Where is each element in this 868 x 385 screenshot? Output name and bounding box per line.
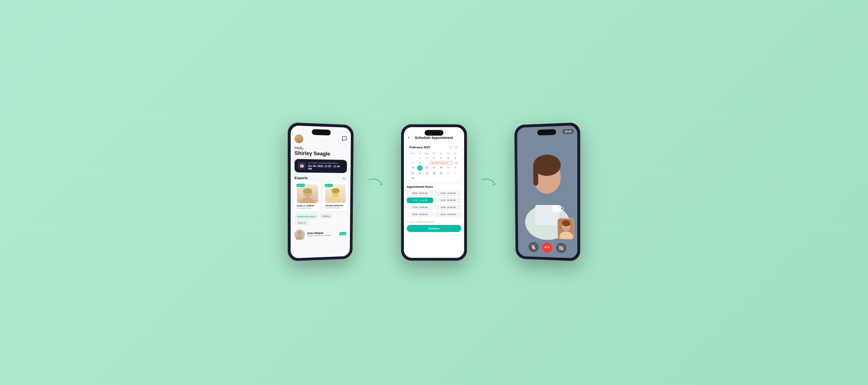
calendar-nav: February 2023 ‹ › — [409, 145, 459, 149]
calendar: February 2023 ‹ › Mon Tue Wed Thu Fri — [407, 142, 461, 182]
cal-day-16[interactable]: 16 — [424, 166, 430, 171]
call-controls — [518, 242, 577, 254]
cal-day-3[interactable]: 3 — [431, 156, 437, 160]
expert-role: Expert Clinical Psychologist — [307, 234, 332, 237]
cal-day-21[interactable]: 21 — [409, 171, 416, 175]
phone-1-notch — [312, 129, 331, 135]
arrow-1 — [368, 176, 387, 190]
end-call-button[interactable] — [542, 242, 552, 253]
call-timer: 30:44 — [562, 129, 574, 134]
continue-button[interactable]: Continue — [407, 225, 461, 232]
doctor-card-2[interactable]: ⭐ 4.1 Annette Darbonne Expert Psychologi… — [323, 182, 348, 211]
cal-day-25[interactable]: 25 — [438, 171, 444, 175]
svg-point-5 — [331, 188, 340, 193]
camera-button[interactable] — [556, 243, 566, 253]
doctor-2-specialty: Expert Psychologist — [325, 207, 345, 209]
cal-header-wed: Wed — [424, 152, 430, 155]
cal-day-8[interactable]: 8 — [416, 161, 423, 165]
avatar-image — [294, 134, 303, 143]
svg-rect-15 — [552, 205, 561, 212]
cal-day-14[interactable]: 14 — [409, 166, 416, 171]
category-phobias[interactable]: Phobias — [320, 214, 332, 219]
category-anger[interactable]: Anger M... — [294, 220, 310, 225]
time-slot-5[interactable]: 14:00 - 14:45 AM — [435, 205, 461, 210]
phone-2: < Schedule Appointment February 2023 ‹ › — [401, 124, 467, 261]
cal-day-empty — [409, 156, 416, 160]
time-slot-7[interactable]: 16:00 - 16:45 AM — [435, 212, 461, 217]
cal-header-tue: Tue — [416, 152, 423, 155]
cal-day-26[interactable]: 26 — [445, 171, 452, 175]
appointment-notice: You have 1 pending appointment. — [308, 162, 344, 165]
mute-button[interactable] — [528, 242, 538, 252]
time-slot-2-selected[interactable]: 11:00 - 11:45 AM — [407, 198, 433, 203]
cal-day-20[interactable]: 20 — [452, 166, 459, 171]
schedule-title: Schedule Appointment — [415, 136, 453, 140]
self-view-window — [557, 218, 574, 239]
continue-notice-text: Click "Continue" for payment. — [410, 221, 435, 223]
cal-header-fri: Fri — [438, 152, 444, 155]
cal-day-7[interactable]: 7 — [409, 161, 416, 165]
cal-day-23[interactable]: 23 — [424, 171, 430, 175]
chat-icon[interactable] — [342, 136, 347, 142]
time-slot-0[interactable]: 09:00 - 09:45 AM — [407, 190, 433, 196]
cal-day-1[interactable]: 1 — [416, 156, 423, 160]
phone-1: Hello, Shirley Seagle 📅 You have 1 pendi… — [288, 122, 354, 261]
experts-all-link[interactable]: ALL — [342, 177, 347, 180]
category-relationship[interactable]: Relationship Issues — [294, 214, 318, 219]
cal-day-5[interactable]: 5 — [445, 156, 452, 160]
scene: Hello, Shirley Seagle 📅 You have 1 pendi… — [269, 124, 599, 261]
calendar-grid: Mon Tue Wed Thu Fri Sat Sun 1 2 3 4 5 — [409, 152, 459, 180]
doctor-1-specialty: Neuropsychologist — [297, 207, 318, 209]
time-slot-6[interactable]: 15:00 - 15:45 AM — [407, 212, 433, 217]
cal-day-2[interactable]: 2 — [424, 156, 430, 160]
time-slot-4[interactable]: 13:00 - 10:45 AM — [407, 205, 433, 210]
arrow-2 — [481, 176, 500, 190]
appointment-hours-section: Appointment Hours 09:00 - 09:45 AM 10:00… — [404, 185, 464, 219]
tooltip-container: Appointment day is full 13 — [424, 161, 459, 165]
doctor-card-1[interactable]: ⭐ 4.2 Robin D. Sullivan Neuropsychologis… — [294, 182, 320, 212]
cal-day-28[interactable]: 28 — [409, 176, 416, 180]
cal-day-18[interactable]: 18 — [438, 166, 444, 171]
back-button[interactable]: < — [408, 136, 410, 140]
prev-month-button[interactable]: ‹ — [448, 145, 453, 149]
cal-day-15-today[interactable]: 15 — [417, 166, 423, 171]
cal-day-24[interactable]: 24 — [431, 171, 437, 175]
appointment-full-tooltip: Appointment day is full — [429, 161, 453, 165]
cal-day-17[interactable]: 17 — [431, 166, 437, 171]
cal-day-27[interactable]: 27 — [452, 171, 459, 175]
cal-day-4[interactable]: 4 — [438, 156, 444, 160]
home-greeting: Hello, Shirley Seagle — [291, 146, 351, 160]
appointment-info: You have 1 pending appointment. Oct 30, … — [308, 162, 344, 171]
calendar-nav-buttons: ‹ › — [448, 145, 459, 149]
next-month-button[interactable]: › — [454, 145, 459, 149]
cal-day-22[interactable]: 22 — [416, 171, 423, 175]
doctor-2-rating: ⭐ 4.1 — [325, 184, 333, 187]
video-call-screen: 30:44 — [517, 125, 577, 258]
category-chips: Relationship Issues Phobias Anger M... — [291, 214, 350, 228]
phone-1-screen: Hello, Shirley Seagle 📅 You have 1 pendi… — [291, 125, 351, 258]
schedule-screen: < Schedule Appointment February 2023 ‹ › — [404, 127, 464, 258]
time-slot-3[interactable]: 12:00 - 12:45 AM — [435, 198, 461, 203]
svg-point-0 — [300, 198, 315, 203]
appointment-time: Oct 30, 2022, 11:20 - 11:40 PM — [308, 165, 344, 171]
cal-day-19[interactable]: 19 — [445, 166, 452, 171]
cal-day-6[interactable]: 6 — [452, 156, 459, 160]
appointment-card[interactable]: 📅 You have 1 pending appointment. Oct 30… — [294, 159, 347, 173]
calendar-tooltip-row: Appointment day is full 13 — [424, 161, 459, 165]
cal-header-thu: Thu — [431, 152, 437, 155]
doctor-cards: ⭐ 4.2 Robin D. Sullivan Neuropsychologis… — [291, 182, 350, 214]
home-screen: Hello, Shirley Seagle 📅 You have 1 pendi… — [291, 125, 351, 258]
cal-day-13[interactable]: 13 — [454, 162, 459, 164]
warning-icon: ⚠ — [407, 220, 409, 223]
cal-header-mon: Mon — [409, 152, 416, 155]
doctor-2-photo — [325, 184, 346, 203]
phone-2-notch — [425, 130, 443, 136]
calendar-icon: 📅 — [298, 162, 306, 170]
expert-list-item[interactable]: Dedra Wingate Expert Clinical Psychologi… — [291, 226, 350, 242]
phone-2-screen: < Schedule Appointment February 2023 ‹ › — [404, 127, 464, 258]
time-slot-1[interactable]: 10:00 - 10:45 AM — [435, 190, 461, 196]
cal-header-sat: Sat — [445, 152, 452, 155]
doctor-1-photo — [297, 184, 318, 203]
expert-avatar — [294, 230, 305, 240]
home-header — [291, 125, 351, 147]
